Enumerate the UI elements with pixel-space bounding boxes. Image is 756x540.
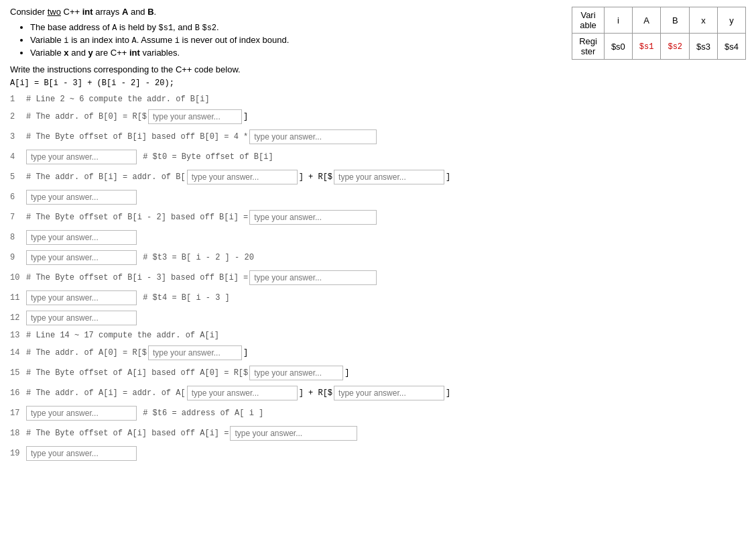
cell-A-register: $s1 xyxy=(632,34,661,60)
comment-9: # $t3 = B[ i - 2 ] - 20 xyxy=(138,253,254,262)
col-header-A: A xyxy=(632,7,661,34)
bullet-list: The base address of A is held by $s1, an… xyxy=(10,22,558,58)
register-table: Variable i A B x y Register $s0 $s1 $s2 … xyxy=(572,7,746,60)
comment-4: # $t0 = Byte offset of B[i] xyxy=(138,152,273,162)
code-line: A[i] = B[i - 3] + (B[i - 2] - 20); xyxy=(10,78,558,88)
line-num-4: 4 xyxy=(10,152,22,162)
cell-B-register: $s2 xyxy=(661,34,690,60)
input-9[interactable] xyxy=(26,250,137,265)
line-11: 11 # $t4 = B[ i - 3 ] xyxy=(10,290,558,305)
input-12[interactable] xyxy=(26,311,137,325)
line-1: 1 # Line 2 ~ 6 compute the addr. of B[i] xyxy=(10,95,558,104)
bracket-16b: ] xyxy=(446,388,450,398)
line-16: 16 # The addr. of A[i] = addr. of A[ ] +… xyxy=(10,386,558,400)
bracket-14: ] xyxy=(243,348,248,358)
col-header-variable: Variable xyxy=(572,7,605,34)
row-header-register: Register xyxy=(572,34,605,60)
line-num-5: 5 xyxy=(10,172,22,182)
line-num-1: 1 xyxy=(10,95,22,104)
line-12: 12 xyxy=(10,311,558,325)
line-num-3: 3 xyxy=(10,132,22,142)
line-15: 15 # The Byte offset of A[i] based off A… xyxy=(10,366,558,380)
line-num-2: 2 xyxy=(10,112,22,121)
comment-15: # The Byte offset of A[i] based off A[0]… xyxy=(26,368,248,378)
line-10: 10 # The Byte offset of B[i - 3] based o… xyxy=(10,270,558,285)
comment-14a: # The addr. of A[0] = R[$ xyxy=(26,348,147,358)
input-19[interactable] xyxy=(26,446,137,461)
line-num-7: 7 xyxy=(10,213,22,222)
intro-text: Consider two C++ int arrays A and B. xyxy=(10,7,558,17)
input-3[interactable] xyxy=(249,129,377,144)
line-17: 17 # $t6 = address of A[ i ] xyxy=(10,406,558,421)
bracket-5b: ] xyxy=(446,172,450,182)
line-19: 19 xyxy=(10,446,558,461)
input-15[interactable] xyxy=(249,366,343,380)
line-num-15: 15 xyxy=(10,368,22,378)
write-section: Write the instructions corresponding to … xyxy=(10,64,558,74)
input-6[interactable] xyxy=(26,190,137,205)
input-14[interactable] xyxy=(148,345,242,360)
line-num-6: 6 xyxy=(10,193,22,202)
input-10[interactable] xyxy=(249,270,377,285)
line-num-14: 14 xyxy=(10,348,22,358)
comment-2a: # The addr. of B[0] = R[$ xyxy=(26,112,147,121)
bracket-16a: ] + R[$ xyxy=(299,388,332,398)
line-num-19: 19 xyxy=(10,449,22,458)
line-8: 8 xyxy=(10,230,558,245)
comment-1: # Line 2 ~ 6 compute the addr. of B[i] xyxy=(26,95,210,104)
comment-18: # The Byte offset of A[i] based off A[i]… xyxy=(26,429,229,438)
input-17[interactable] xyxy=(26,406,137,421)
input-11[interactable] xyxy=(26,290,137,305)
register-table-panel: Variable i A B x y Register $s0 $s1 $s2 … xyxy=(572,7,746,466)
line-5: 5 # The addr. of B[i] = addr. of B[ ] + … xyxy=(10,170,558,184)
col-header-x: x xyxy=(690,7,718,34)
input-7[interactable] xyxy=(249,210,377,225)
comment-17: # $t6 = address of A[ i ] xyxy=(138,409,263,418)
line-18: 18 # The Byte offset of A[i] based off A… xyxy=(10,426,558,441)
comment-16a: # The addr. of A[i] = addr. of A[ xyxy=(26,388,186,398)
cell-x-register: $s3 xyxy=(690,34,718,60)
line-14: 14 # The addr. of A[0] = R[$ ] xyxy=(10,345,558,360)
comment-13: # Line 14 ~ 17 compute the addr. of A[i] xyxy=(26,331,219,340)
line-num-12: 12 xyxy=(10,313,22,323)
line-4: 4 # $t0 = Byte offset of B[i] xyxy=(10,150,558,164)
input-8[interactable] xyxy=(26,230,137,245)
line-num-10: 10 xyxy=(10,273,22,282)
line-9: 9 # $t3 = B[ i - 2 ] - 20 xyxy=(10,250,558,265)
input-16b[interactable] xyxy=(334,386,444,400)
bracket-5a: ] + R[$ xyxy=(299,172,332,182)
comment-10: # The Byte offset of B[i - 3] based off … xyxy=(26,273,248,282)
line-num-11: 11 xyxy=(10,293,22,303)
bracket-15: ] xyxy=(344,368,349,378)
line-3: 3 # The Byte offset of B[i] based off B[… xyxy=(10,129,558,144)
input-18[interactable] xyxy=(230,426,357,441)
bracket-2: ] xyxy=(243,112,248,121)
col-header-y: y xyxy=(718,7,746,34)
line-num-13: 13 xyxy=(10,331,22,340)
input-5b[interactable] xyxy=(334,170,444,184)
line-num-8: 8 xyxy=(10,233,22,242)
col-header-i: i xyxy=(604,7,632,34)
comment-11: # $t4 = B[ i - 3 ] xyxy=(138,293,230,303)
comment-5a: # The addr. of B[i] = addr. of B[ xyxy=(26,172,186,182)
input-16a[interactable] xyxy=(187,386,298,400)
line-7: 7 # The Byte offset of B[i - 2] based of… xyxy=(10,210,558,225)
line-num-17: 17 xyxy=(10,409,22,418)
line-num-18: 18 xyxy=(10,429,22,438)
input-4[interactable] xyxy=(26,150,137,164)
input-5a[interactable] xyxy=(187,170,298,184)
line-13: 13 # Line 14 ~ 17 compute the addr. of A… xyxy=(10,331,558,340)
line-2: 2 # The addr. of B[0] = R[$ ] xyxy=(10,109,558,124)
input-2[interactable] xyxy=(148,109,242,124)
line-num-16: 16 xyxy=(10,388,22,398)
cell-y-register: $s4 xyxy=(718,34,746,60)
line-num-9: 9 xyxy=(10,253,22,262)
comment-3: # The Byte offset of B[i] based off B[0]… xyxy=(26,132,248,142)
comment-7: # The Byte offset of B[i - 2] based off … xyxy=(26,213,248,222)
cell-i-register: $s0 xyxy=(604,34,632,60)
line-6: 6 xyxy=(10,190,558,205)
col-header-B: B xyxy=(661,7,690,34)
